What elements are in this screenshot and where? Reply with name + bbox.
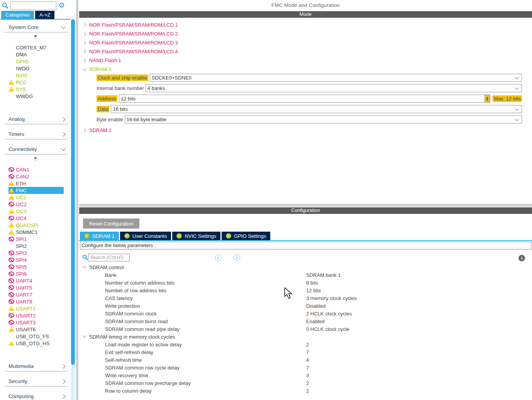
sidebar-item-usart3[interactable]: USART3: [8, 319, 64, 326]
reset-configuration-button[interactable]: Reset Configuration: [83, 219, 139, 229]
parameter-row-exit-self-refresh-delay[interactable]: Exit self-refresh delay7: [79, 348, 532, 356]
parameter-row-sdram-common-row-precharge-delay[interactable]: SDRAM common row precharge delay2: [79, 379, 532, 387]
parameter-value[interactable]: 12 bits: [306, 288, 321, 293]
sidebar-item-fmc[interactable]: !FMC: [8, 187, 64, 194]
tab-user-constants[interactable]: ✓User Constants: [120, 232, 171, 240]
sidebar-section-header-system-core[interactable]: System Core: [5, 22, 68, 32]
parameter-value[interactable]: 7: [306, 349, 309, 355]
mode-tree-item-sdram-1[interactable]: SDRAM 1: [79, 65, 532, 74]
parameter-value[interactable]: 0 HCLK clock cycle: [306, 326, 349, 332]
parameter-value[interactable]: 2: [306, 388, 309, 394]
spinner-up-icon[interactable]: [486, 97, 488, 98]
parameter-value[interactable]: SDRAM bank 1: [306, 272, 341, 278]
sidebar-item-iwdg[interactable]: IWDG: [8, 65, 64, 72]
gear-icon[interactable]: ⚙: [58, 1, 65, 10]
sidebar-item-rcc[interactable]: !RCC: [8, 79, 64, 86]
tab-nvic-settings[interactable]: ✓NVIC Settings: [172, 232, 220, 240]
sidebar-item-spi2[interactable]: SPI2: [8, 242, 64, 249]
sidebar-item-spi3[interactable]: SPI3: [8, 249, 64, 256]
sidebar-item-eth[interactable]: !ETH: [8, 180, 64, 187]
mode-tree-item-nor-flash-psram-sram-rom-lcd-4[interactable]: NOR Flash/PSRAM/SRAM/ROM/LCD 4: [79, 47, 532, 56]
field-select[interactable]: SDCKE0+SDNE0: [150, 74, 522, 82]
mode-tree-item-sdram-2[interactable]: SDRAM 2: [79, 126, 532, 135]
sidebar-section-header-timers[interactable]: Timers: [5, 129, 68, 139]
mode-tree-item-nor-flash-psram-sram-rom-lcd-2[interactable]: NOR Flash/PSRAM/SRAM/ROM/LCD 2: [79, 29, 532, 38]
parameter-row-write-recovery-time[interactable]: Write recovery time3: [79, 371, 532, 379]
sidebar-item-sdmmc1[interactable]: !SDMMC1: [8, 229, 64, 236]
parameter-group-sdram-control[interactable]: SDRAM control: [79, 263, 532, 271]
sidebar-search-combobox[interactable]: [10, 2, 56, 10]
parameter-row-write-protection[interactable]: Write protectionDisabled: [79, 302, 532, 310]
field-select[interactable]: 16 bits: [111, 105, 522, 113]
info-icon[interactable]: i: [518, 255, 525, 261]
sidebar-item-spi4[interactable]: SPI4: [8, 256, 64, 263]
parameter-value[interactable]: 3: [306, 373, 309, 378]
sidebar-section-header-multimedia[interactable]: Multimedia: [5, 361, 68, 371]
parameter-row-number-of-column-address-bits[interactable]: Number of column address bits8 bits: [79, 279, 532, 286]
search-previous-button[interactable]: [215, 254, 222, 261]
parameter-row-sdram-common-row-cycle-delay[interactable]: SDRAM common row cycle delay7: [79, 364, 532, 371]
parameter-group-sdram-timing-in-memory-clock-cycles[interactable]: SDRAM timing in memory clock cycles: [79, 333, 532, 341]
parameter-row-bank[interactable]: BankSDRAM bank 1: [79, 271, 532, 279]
sidebar-item-uart7[interactable]: UART7: [8, 291, 64, 298]
sidebar-section-header-computing[interactable]: Computing: [5, 392, 68, 400]
sidebar-item-gpio[interactable]: GPIO: [8, 58, 64, 65]
tab-sdram-1[interactable]: ✓SDRAM 1: [80, 232, 119, 240]
sidebar-item-i2c1[interactable]: !I2C1: [8, 194, 64, 201]
parameter-value[interactable]: Disabled: [306, 303, 326, 309]
parameter-row-cas-latency[interactable]: CAS latency3 memory clock cycles: [79, 294, 532, 302]
scroll-up-icon[interactable]: [0, 35, 71, 40]
parameter-value[interactable]: 2 HCLK clock cycles: [306, 311, 352, 317]
parameter-value[interactable]: 2: [306, 342, 309, 347]
sidebar-item-spi6[interactable]: SPI6: [8, 270, 64, 277]
sidebar-item-nvic[interactable]: NVIC: [8, 72, 64, 79]
field-select[interactable]: 16-bit byte enable: [125, 115, 522, 124]
parameter-value[interactable]: 8 bits: [306, 280, 318, 286]
parameter-row-sdram-common-read-pipe-delay[interactable]: SDRAM common read pipe delay0 HCLK clock…: [79, 325, 532, 333]
tab-a-to-z[interactable]: A->Z: [35, 11, 55, 19]
spinner-down-icon[interactable]: [486, 99, 488, 101]
tab-categories[interactable]: Categories: [1, 11, 34, 19]
parameter-value[interactable]: Enabled: [306, 319, 325, 324]
sidebar-item-uart5[interactable]: UART5: [8, 284, 64, 291]
sidebar-item-spi5[interactable]: SPI5: [8, 263, 64, 270]
sidebar-item-quadspi[interactable]: !QUADSPI: [8, 222, 64, 229]
sidebar-item-spi1[interactable]: SPI1: [8, 236, 64, 242]
spinner-buttons[interactable]: [485, 95, 490, 102]
mode-tree-item-nand-flash-1[interactable]: NAND Flash 1: [79, 56, 532, 65]
sidebar-section-header-connectivity[interactable]: Connectivity: [5, 144, 68, 154]
mode-tree-item-nor-flash-psram-sram-rom-lcd-1[interactable]: NOR Flash/PSRAM/SRAM/ROM/LCD 1: [79, 20, 532, 29]
mode-tree-item-nor-flash-psram-sram-rom-lcd-3[interactable]: NOR Flash/PSRAM/SRAM/ROM/LCD 3: [79, 38, 532, 47]
field-select[interactable]: 4 banks: [146, 84, 522, 92]
parameter-row-row-to-column-delay[interactable]: Row to column delay2: [79, 387, 532, 395]
sidebar-item-wwdg[interactable]: WWDG: [8, 93, 64, 100]
parameter-value[interactable]: 2: [306, 380, 309, 386]
parameter-value[interactable]: 3 memory clock cycles: [306, 295, 357, 301]
sidebar-item-i2c2[interactable]: I2C2: [8, 201, 64, 208]
sidebar-item-usart2[interactable]: USART2: [8, 312, 64, 319]
search-next-button[interactable]: [234, 254, 240, 261]
sidebar-item-can1[interactable]: CAN1: [8, 166, 64, 173]
tab-gpio-settings[interactable]: ✓GPIO Settings: [222, 232, 270, 240]
sidebar-item-usb-otg-fs[interactable]: USB_OTG_FS: [8, 333, 64, 340]
sidebar-item-i2c4[interactable]: I2C4: [8, 215, 64, 222]
parameter-row-load-mode-register-to-active-delay[interactable]: Load mode register to active delay2: [79, 341, 532, 348]
sidebar-item-usart1[interactable]: !USART1: [8, 305, 64, 312]
sidebar-item-usb-otg-hs[interactable]: !USB_OTG_HS: [8, 340, 64, 347]
parameter-search-input[interactable]: [88, 254, 130, 261]
sidebar-item-sys[interactable]: !SYS: [8, 86, 64, 93]
sidebar-section-header-analog[interactable]: Analog: [5, 114, 68, 124]
sidebar-item-uart8[interactable]: UART8: [8, 298, 64, 305]
sidebar-item-i2c3[interactable]: !I2C3: [8, 208, 64, 215]
parameter-row-sdram-common-clock[interactable]: SDRAM common clock2 HCLK clock cycles: [79, 310, 532, 317]
sidebar-item-dma[interactable]: DMA: [8, 51, 64, 58]
sidebar-item-usart6[interactable]: !USART6: [8, 326, 64, 333]
sidebar-item-cortex-m7[interactable]: CORTEX_M7: [8, 44, 64, 51]
parameter-value[interactable]: 7: [306, 365, 309, 371]
field-spinner[interactable]: 12 bits: [119, 95, 490, 103]
sidebar-item-uart4[interactable]: UART4: [8, 277, 64, 284]
parameter-row-number-of-row-address-bits[interactable]: Number of row address bits12 bits: [79, 286, 532, 294]
sidebar-section-header-security[interactable]: Security: [5, 376, 68, 386]
scroll-up-icon[interactable]: [0, 157, 71, 162]
parameter-value[interactable]: 4: [306, 357, 309, 363]
